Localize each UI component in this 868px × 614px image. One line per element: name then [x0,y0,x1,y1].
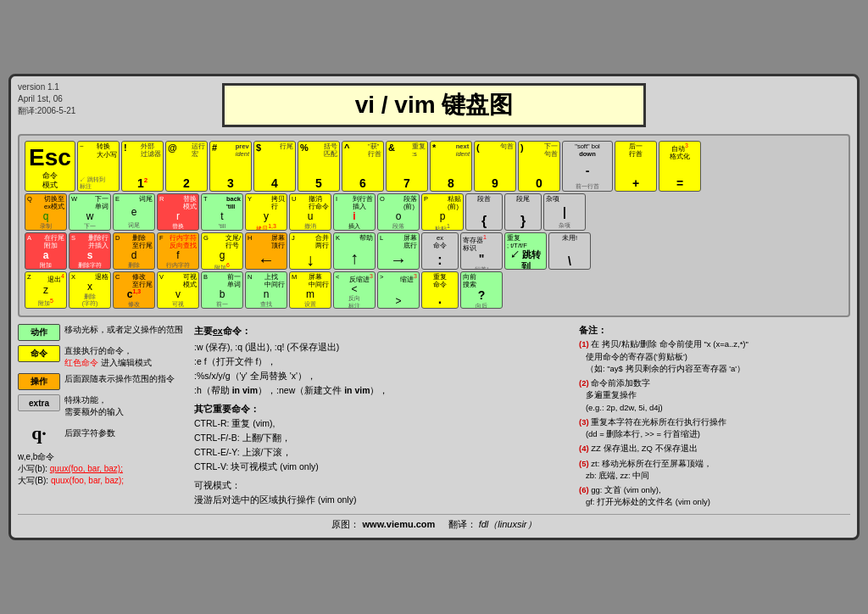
key-backslash2[interactable]: 未用! \ [548,232,591,270]
key-Y[interactable]: Y拷贝行 y 拷贝1,3 [245,193,287,231]
key-J[interactable]: J合并两行 ↓ [289,232,331,270]
key-P[interactable]: P粘贴(前) p 粘贴1 [421,193,464,231]
key-O[interactable]: O段落(前) o 段落(后) [377,193,420,231]
key-E[interactable]: E词尾 e 词尾 [113,193,155,231]
key-less[interactable]: <反缩进3 < 反向标注 [333,271,376,309]
legend-section: 动作 移动光标，或者定义操作的范围 命令 直接执行的命令，红色命令 进入编辑模式… [18,324,187,508]
legend-operate-desc: 后面跟随表示操作范围的指令 [64,373,175,385]
key-plus[interactable]: 后一行首 + [615,141,657,192]
key-backslash[interactable]: 杂项 | 杂项 [543,193,586,231]
key-K[interactable]: K帮助 ↑ [333,232,376,270]
key-R[interactable]: R替换模式 r 替换字符 [157,193,199,231]
row-esc-nums: Esc 命令模式 ~转换大小写 ↙ 跳转到标注 ! 外部过滤器 12 @ [25,141,843,192]
other-commands-title: 其它重要命令： [194,402,572,416]
legend-action-desc: 移动光标，或者定义操作的范围 [64,324,183,336]
key-0[interactable]: ) 下一句首 0 [518,141,560,192]
key-A[interactable]: A在行尾附加 a 附加 [25,232,67,270]
key-7[interactable]: & 重复:s 7 [386,141,428,192]
key-colon[interactable]: ex命令 : [421,232,459,270]
key-B[interactable]: B前一单词 b 前一单词 [201,271,243,309]
key-equal[interactable]: 自动3格式化 = [659,141,701,192]
key-U[interactable]: U撤消行命令 u 撤消命令 [289,193,331,231]
key-M[interactable]: M屏幕中间行 m 设置标注 [289,271,331,309]
esc-label: Esc [29,143,71,172]
main-container: version 1.1 April 1st, 06 翻译:2006-5-21 v… [8,74,860,539]
row-asdf: A在行尾附加 a 附加 S删除行并插入 s 删除字符并插入 D删除至行尾 d 删… [25,232,843,270]
visual-mode-title: 可视模式： [194,478,572,493]
version-info: version 1.1 April 1st, 06 翻译:2006-5-21 [18,81,75,117]
key-C[interactable]: C修改至行尾 c1,3 修改 [113,271,155,309]
q-suffix-desc: 后跟字符参数 [64,427,115,439]
key-brace-close[interactable]: 段尾 } [504,193,542,231]
key-N[interactable]: N上找中间行 n 查找下一处 [245,271,287,309]
legend-operate-box: 操作 [18,373,60,390]
key-6[interactable]: ^ "获"行首 6 [342,141,384,192]
key-I[interactable]: I到行首插入 i 插入模式 [333,193,376,231]
key-F[interactable]: F行内字符反向查找 f 行内字符查找 [157,232,199,270]
keyboard-area: Esc 命令模式 ~转换大小写 ↙ 跳转到标注 ! 外部过滤器 12 @ [18,134,850,317]
key-1[interactable]: ! 外部过滤器 12 [121,141,164,192]
key-X[interactable]: X退格 x 删除(字符) [69,271,111,309]
row-qwerty: Q切换至ex模式 q 录制宏 W下一单词 w 下一单词 E词尾 e 词尾 R替换… [25,193,843,231]
key-3[interactable]: # prevident 3 [209,141,252,192]
key-greater[interactable]: >缩进3 > [377,271,420,309]
key-W[interactable]: W下一单词 w 下一单词 [69,193,111,231]
key-tilde[interactable]: ~转换大小写 ↙ 跳转到标注 [77,141,120,192]
page-title: vi / vim 键盘图 [222,83,646,127]
key-4[interactable]: $ 行尾 4 [253,141,296,192]
key-L[interactable]: L屏幕底行 → [377,232,420,270]
q-char: q· [18,422,60,444]
key-softbol[interactable]: "soft" boldown - 前一行首 [562,141,613,192]
key-V[interactable]: V可视模式 v 可视模式 [157,271,199,309]
key-H[interactable]: H屏幕顶行 ← [245,232,287,270]
key-Z[interactable]: Z退出4 z 附加5 [25,271,67,309]
ex-commands-title: 主要ex命令： [194,324,572,338]
row-zxcv: Z退出4 z 附加5 X退格 x 删除(字符) C修改至行尾 c1,3 修改 V… [25,271,843,309]
notes-title: 备注： [579,324,850,337]
key-9[interactable]: ( 句首 9 [474,141,516,192]
footer: 原图： www.viemu.com 翻译： fdl（linuxsir） [18,514,850,531]
key-D[interactable]: D删除至行尾 d 删除 [113,232,155,270]
legend-extra-desc: 特殊功能，需要额外的输入 [64,394,124,418]
key-dot[interactable]: 重复命令 . [421,271,459,309]
key-comma[interactable]: 向前搜索 ? 向后搜索 [460,271,503,309]
key-G[interactable]: G文尾/行号 g 附加6 [201,232,243,270]
commands-section: 主要ex命令： :w (保存), :q (退出), :q! (不保存退出) :e… [194,324,572,508]
legend-command-desc: 直接执行的命令，红色命令 进入编辑模式 [64,345,152,369]
key-S[interactable]: S删除行并插入 s 删除字符并插入 [69,232,111,270]
key-brace-open[interactable]: 段首 { [465,193,503,231]
key-esc[interactable]: Esc 命令模式 [25,141,75,192]
key-2[interactable]: @ 运行宏 2 [165,141,208,192]
key-semicolon[interactable]: 重复; t/T/f/F ↙ 跳转到注的行首 [504,232,547,270]
key-quote[interactable]: 寄存器1标识 " 行首/列 [460,232,503,270]
notes-section: 备注： (1) 在 拷贝/粘贴/删除 命令前使用 "x (x=a..z,*)" … [579,324,850,508]
legend-extra-box: extra [18,394,60,411]
bottom-area: 动作 移动光标，或者定义操作的范围 命令 直接执行的命令，红色命令 进入编辑模式… [18,324,850,508]
wb-commands: w,e,b命令 小写(b): quux(foo, bar, baz); 大写(B… [18,451,187,487]
key-5[interactable]: % 括号匹配 5 [298,141,340,192]
key-T[interactable]: Tback'till t 'till [201,193,243,231]
key-Q[interactable]: Q切换至ex模式 q 录制宏 [25,193,67,231]
key-8[interactable]: * nextident 8 [430,141,472,192]
legend-action-box: 动作 [18,324,60,341]
legend-command-box: 命令 [18,345,60,362]
